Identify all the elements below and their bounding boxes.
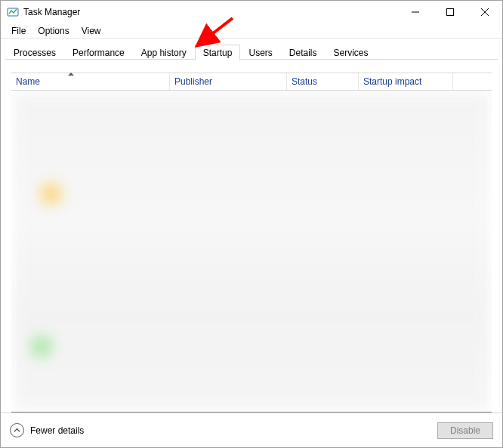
column-header-startup-impact[interactable]: Startup impact (359, 73, 453, 90)
window-controls (398, 1, 502, 23)
startup-table: Name Publisher Status Startup impact (11, 73, 492, 412)
fewer-details-button[interactable]: Fewer details (10, 423, 84, 437)
close-button[interactable] (468, 1, 502, 23)
footer-bar: Fewer details Disable (1, 412, 502, 447)
column-header-name-label: Name (16, 76, 40, 87)
tab-details[interactable]: Details (281, 45, 326, 60)
title-bar: Task Manager (1, 1, 502, 23)
minimize-button[interactable] (398, 1, 433, 23)
table-header: Name Publisher Status Startup impact (11, 73, 492, 91)
task-manager-window: Task Manager File Options View Processes… (0, 0, 503, 448)
tab-startup[interactable]: Startup (195, 45, 241, 60)
menu-view[interactable]: View (76, 25, 107, 37)
menu-bar: File Options View (1, 23, 502, 39)
svg-rect-2 (447, 9, 454, 16)
menu-file[interactable]: File (5, 25, 32, 37)
app-icon (7, 6, 19, 18)
chevron-up-icon (10, 423, 24, 437)
blurred-content (13, 92, 490, 410)
column-header-publisher[interactable]: Publisher (170, 73, 287, 90)
maximize-button[interactable] (433, 1, 468, 23)
disable-button-label: Disable (450, 425, 480, 436)
table-body-blurred (11, 91, 492, 412)
tab-users[interactable]: Users (240, 45, 280, 60)
tab-app-history[interactable]: App history (133, 45, 195, 60)
fewer-details-label: Fewer details (30, 425, 84, 436)
disable-button[interactable]: Disable (437, 422, 493, 439)
tab-performance[interactable]: Performance (64, 45, 133, 60)
sort-ascending-icon (68, 73, 74, 76)
tab-content: Name Publisher Status Startup impact (1, 60, 502, 412)
tab-processes[interactable]: Processes (5, 45, 64, 60)
tab-services[interactable]: Services (326, 45, 377, 60)
tab-strip: Processes Performance App history Startu… (1, 39, 502, 60)
column-header-status[interactable]: Status (287, 73, 359, 90)
window-title: Task Manager (23, 7, 80, 17)
menu-options[interactable]: Options (32, 25, 75, 37)
column-header-name[interactable]: Name (11, 73, 170, 90)
